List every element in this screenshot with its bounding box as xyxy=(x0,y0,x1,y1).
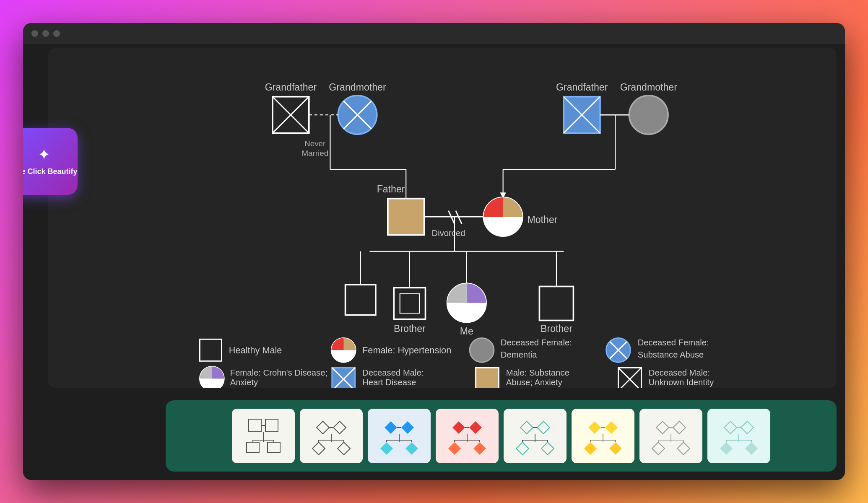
toolbar-item-6[interactable] xyxy=(572,409,634,463)
svg-text:Dementia: Dementia xyxy=(501,350,537,359)
svg-marker-141 xyxy=(745,442,758,455)
svg-marker-121 xyxy=(609,442,622,455)
svg-text:Female: Hypertension: Female: Hypertension xyxy=(362,345,451,355)
svg-marker-130 xyxy=(652,442,665,455)
close-dot[interactable] xyxy=(31,30,38,37)
father-node xyxy=(388,199,424,235)
svg-rect-71 xyxy=(268,442,280,453)
svg-marker-136 xyxy=(724,421,737,434)
minimize-dot[interactable] xyxy=(42,30,49,37)
svg-text:Deceased Male:: Deceased Male: xyxy=(362,368,424,377)
svg-marker-87 xyxy=(401,421,414,434)
svg-marker-77 xyxy=(333,421,346,434)
toolbar-item-4[interactable] xyxy=(436,409,499,463)
main-canvas: Grandfather Grandmother Never Married xyxy=(23,44,845,480)
svg-text:Married: Married xyxy=(301,149,328,158)
genogram-area[interactable]: Grandfather Grandmother Never Married xyxy=(48,48,837,388)
svg-marker-131 xyxy=(677,442,690,455)
svg-text:Abuse; Anxiety: Abuse; Anxiety xyxy=(506,378,563,387)
svg-text:Grandfather: Grandfather xyxy=(265,82,317,93)
titlebar xyxy=(23,23,845,44)
toolbar-item-7[interactable] xyxy=(639,409,702,463)
svg-marker-116 xyxy=(588,421,601,434)
svg-marker-101 xyxy=(473,442,486,455)
beautify-label: One Click Beautify xyxy=(23,167,78,176)
svg-text:Anxiety: Anxiety xyxy=(230,378,258,387)
svg-text:Deceased Female:: Deceased Female: xyxy=(501,338,572,347)
svg-rect-70 xyxy=(247,442,259,453)
svg-marker-81 xyxy=(338,442,350,455)
svg-text:Divorced: Divorced xyxy=(432,228,465,238)
svg-text:Female: Crohn's Disease;: Female: Crohn's Disease; xyxy=(230,368,327,377)
svg-point-42 xyxy=(470,338,494,362)
svg-text:Mother: Mother xyxy=(527,214,557,225)
svg-marker-86 xyxy=(385,421,397,434)
svg-marker-111 xyxy=(541,442,554,455)
svg-marker-110 xyxy=(516,442,529,455)
toolbar-item-5[interactable] xyxy=(504,409,567,463)
svg-marker-140 xyxy=(720,442,733,455)
svg-text:Grandfather: Grandfather xyxy=(556,82,608,93)
svg-text:Father: Father xyxy=(377,184,405,194)
beautify-icon: ✦ xyxy=(38,146,50,163)
svg-marker-106 xyxy=(520,421,533,434)
svg-text:Grandmother: Grandmother xyxy=(329,82,386,93)
svg-text:Healthy Male: Healthy Male xyxy=(229,345,282,355)
svg-text:Deceased Male:: Deceased Male: xyxy=(649,368,710,377)
svg-text:Heart Disease: Heart Disease xyxy=(362,378,416,387)
svg-marker-90 xyxy=(380,442,393,455)
svg-marker-80 xyxy=(312,442,325,455)
svg-rect-58 xyxy=(476,368,499,388)
content-area: ✦ One Click Beautify Grandfather xyxy=(23,44,845,480)
svg-text:Grandmother: Grandmother xyxy=(620,82,678,93)
svg-marker-76 xyxy=(317,421,329,434)
main-window: ✦ One Click Beautify Grandfather xyxy=(23,23,845,480)
svg-rect-67 xyxy=(265,419,278,432)
svg-marker-97 xyxy=(469,421,482,434)
svg-marker-137 xyxy=(741,421,754,434)
svg-text:Me: Me xyxy=(460,326,473,337)
svg-text:Male: Substance: Male: Substance xyxy=(506,368,569,377)
svg-marker-91 xyxy=(405,442,418,455)
beautify-badge[interactable]: ✦ One Click Beautify xyxy=(23,128,78,195)
svg-text:Brother: Brother xyxy=(541,323,572,334)
toolbar xyxy=(166,400,837,472)
toolbar-item-8[interactable] xyxy=(707,409,770,463)
maximize-dot[interactable] xyxy=(53,30,60,37)
svg-text:Brother: Brother xyxy=(394,323,426,334)
svg-marker-107 xyxy=(537,421,550,434)
svg-marker-126 xyxy=(656,421,669,434)
svg-marker-120 xyxy=(584,442,597,455)
svg-text:Unknown  Identity: Unknown Identity xyxy=(649,378,714,387)
svg-marker-100 xyxy=(448,442,461,455)
toolbar-item-2[interactable] xyxy=(300,409,363,463)
genogram-svg: Grandfather Grandmother Never Married xyxy=(48,48,837,388)
svg-text:Substance Abuse: Substance Abuse xyxy=(638,350,704,359)
mat-gm-node xyxy=(629,96,668,135)
svg-rect-66 xyxy=(249,419,261,432)
svg-text:Never: Never xyxy=(304,139,325,148)
svg-text:Deceased Female:: Deceased Female: xyxy=(638,338,709,347)
toolbar-item-3[interactable] xyxy=(368,409,431,463)
toolbar-item-1[interactable] xyxy=(232,409,295,463)
svg-marker-127 xyxy=(673,421,686,434)
svg-marker-96 xyxy=(452,421,465,434)
svg-marker-117 xyxy=(605,421,618,434)
